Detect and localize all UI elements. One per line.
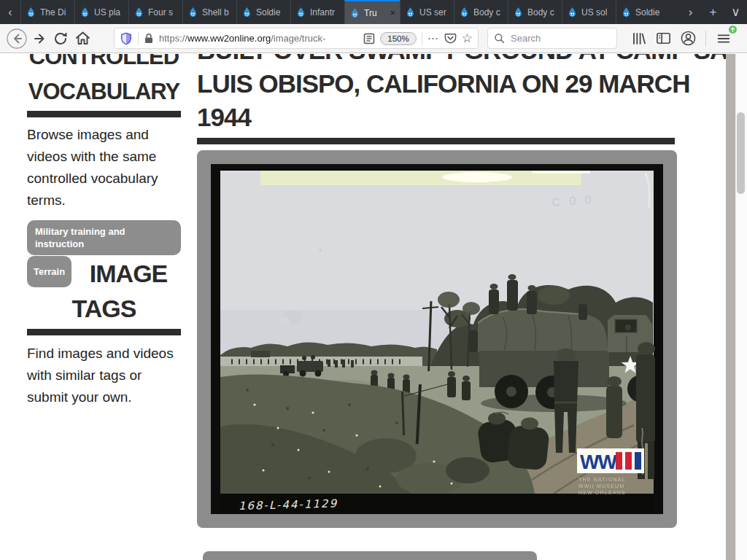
- tab-title: Four s: [148, 7, 178, 18]
- scrollbar-thumb[interactable]: [737, 112, 745, 194]
- tab-title: Soldie: [635, 7, 665, 18]
- chevron-down-icon: ∨: [731, 4, 740, 20]
- tab-title: Body c: [473, 7, 503, 18]
- tab-bar: ‹ The Di US pla Four s: [0, 0, 747, 24]
- drupal-favicon-icon: [26, 7, 36, 18]
- tabs-after-group: US ser Body c Body c US sol: [400, 0, 670, 24]
- home-icon: [74, 29, 92, 47]
- tab-title: US sol: [581, 7, 611, 18]
- browser-tab[interactable]: Infantr: [290, 0, 344, 24]
- list-all-tabs-button[interactable]: ∨: [724, 0, 747, 24]
- plus-icon: +: [710, 5, 717, 20]
- tab-title: Shell b: [202, 7, 232, 18]
- page-title: BUILT OVER SWAMPY GROUND AT CAMP SAN LUI…: [197, 54, 746, 134]
- library-button[interactable]: [627, 28, 649, 50]
- vocabulary-tag-military-training[interactable]: Military training and instruction: [27, 220, 181, 255]
- new-tab-button[interactable]: +: [702, 0, 724, 24]
- photo-id-text: 168-L-44-1129: [239, 497, 338, 513]
- sidebars-button[interactable]: [652, 28, 674, 50]
- toolbar-right-icons: [627, 28, 735, 50]
- reload-icon: [52, 30, 69, 47]
- divider: [138, 32, 139, 45]
- reader-view-icon[interactable]: [363, 33, 375, 44]
- scroll-tabs-right-button[interactable]: ›: [679, 0, 702, 24]
- browser-tab[interactable]: Shell b: [182, 0, 236, 24]
- drupal-favicon-icon: [621, 7, 632, 18]
- tracking-protection-shield-icon[interactable]: [120, 32, 133, 45]
- tab-title: US pla: [94, 7, 124, 18]
- page-content: CONTROLLED VOCABULARY Browse images and …: [0, 54, 747, 560]
- navigation-toolbar: https://www.ww2online.org/image/truck- 1…: [0, 24, 747, 53]
- account-icon: [680, 30, 697, 47]
- back-button[interactable]: [6, 28, 28, 50]
- sidebar: CONTROLLED VOCABULARY Browse images and …: [27, 54, 181, 560]
- main-column: BUILT OVER SWAMPY GROUND AT CAMP SAN LUI…: [197, 54, 675, 560]
- tab-controls: › + ∨: [679, 0, 747, 24]
- browser-tab[interactable]: Four s: [128, 0, 182, 24]
- scroll-tabs-left-button[interactable]: ‹: [0, 0, 20, 24]
- drupal-favicon-icon: [187, 7, 198, 18]
- browser-tab[interactable]: US pla: [74, 0, 128, 24]
- bookmark-star-icon[interactable]: ☆: [462, 32, 473, 44]
- vocabulary-tag-terrain[interactable]: Terrain: [27, 256, 71, 287]
- drupal-favicon-icon: [405, 7, 416, 18]
- close-tab-icon[interactable]: ×: [390, 7, 395, 18]
- url-bar[interactable]: https://www.ww2online.org/image/truck- 1…: [114, 28, 479, 49]
- drupal-favicon-icon: [349, 7, 360, 18]
- browser-tab[interactable]: The Di: [20, 0, 74, 24]
- account-button[interactable]: [677, 28, 699, 50]
- image-tags-block: Terrain IMAGE TAGS: [27, 256, 181, 326]
- controlled-vocabulary-heading: CONTROLLED VOCABULARY: [27, 54, 181, 109]
- lock-icon: [144, 33, 154, 44]
- page-actions-icon[interactable]: ⋯: [427, 32, 439, 45]
- partial-card-below: [203, 551, 537, 560]
- divider: [422, 32, 422, 45]
- heading-rule: [27, 329, 181, 335]
- browser-tab[interactable]: Soldie: [616, 0, 670, 24]
- browser-tab[interactable]: Body c: [508, 0, 562, 24]
- chevron-right-icon: ›: [689, 5, 693, 20]
- drupal-favicon-icon: [513, 7, 524, 18]
- library-icon: [630, 30, 647, 47]
- tab-title: Body c: [527, 7, 557, 18]
- zoom-level-button[interactable]: 150%: [380, 32, 416, 45]
- vocabulary-description: Browse images and videos with the same c…: [27, 124, 181, 211]
- url-domain: www.ww2online.org: [187, 33, 271, 44]
- divider: [705, 31, 706, 47]
- drupal-favicon-icon: [241, 7, 252, 18]
- browser-tab[interactable]: US sol: [562, 0, 616, 24]
- chevron-left-icon: ‹: [8, 6, 12, 19]
- browser-tab[interactable]: Body c: [454, 0, 508, 24]
- back-icon: [6, 28, 28, 50]
- home-button[interactable]: [71, 28, 93, 50]
- browser-window: { "icons": { "chevron_left": "‹", "chevr…: [0, 0, 747, 560]
- tabs-before-group: The Di US pla Four s Shell b: [20, 0, 344, 24]
- forward-button[interactable]: [28, 28, 50, 50]
- svg-text:WW: WW: [580, 451, 617, 473]
- drupal-favicon-icon: [459, 7, 470, 18]
- drupal-favicon-icon: [567, 7, 578, 18]
- forward-icon: [29, 29, 48, 48]
- photo-card: C 0 0: [197, 150, 677, 528]
- search-input[interactable]: [509, 32, 611, 44]
- search-bar[interactable]: [487, 28, 617, 49]
- search-icon: [494, 33, 505, 44]
- tab-title: Infantr: [310, 7, 340, 18]
- svg-text:THE NATIONAL: THE NATIONAL: [578, 477, 626, 482]
- active-tab[interactable]: Tru ×: [344, 0, 400, 24]
- svg-text:WWII MUSEUM: WWII MUSEUM: [578, 483, 624, 489]
- tab-title: US ser: [419, 7, 449, 18]
- address-text[interactable]: https://www.ww2online.org/image/truck-: [159, 33, 358, 44]
- url-scheme: https://: [159, 33, 187, 44]
- hamburger-icon: [716, 31, 732, 47]
- menu-button[interactable]: [713, 28, 735, 50]
- page-edge-strip: [726, 54, 735, 560]
- browser-tab[interactable]: Soldie: [236, 0, 290, 24]
- reload-button[interactable]: [50, 28, 71, 50]
- drupal-favicon-icon: [295, 7, 306, 18]
- pocket-icon[interactable]: [444, 32, 457, 44]
- title-rule: [197, 138, 675, 144]
- svg-text:NEW ORLEANS: NEW ORLEANS: [578, 490, 626, 495]
- photo-truck-convoy-image[interactable]: C 0 0: [211, 164, 663, 514]
- browser-tab[interactable]: US ser: [400, 0, 454, 24]
